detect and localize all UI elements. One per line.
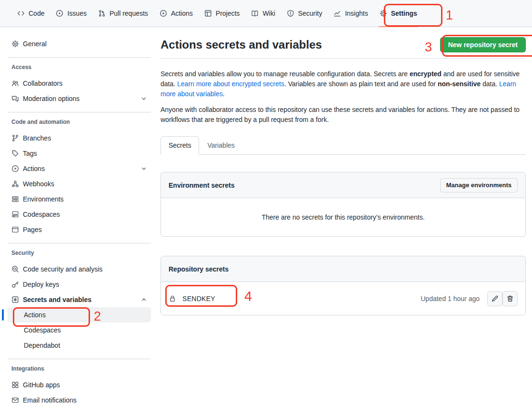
tab-variables[interactable]: Variables — [199, 136, 242, 155]
chevron-down-icon — [141, 165, 147, 172]
nav-tab-security[interactable]: Security — [283, 6, 326, 21]
codespaces-icon — [11, 211, 19, 218]
divider — [161, 58, 526, 59]
intro-text: Secrets and variables allow you to manag… — [161, 69, 526, 125]
nav-tab-wiki[interactable]: Wiki — [247, 6, 279, 21]
tab-secrets[interactable]: Secrets — [161, 136, 199, 155]
sidebar-item-label: Actions — [23, 165, 45, 172]
sidebar-item-tags[interactable]: Tags — [8, 146, 151, 161]
divider — [8, 57, 151, 58]
apps-grid-icon — [11, 381, 19, 389]
people-icon — [11, 80, 19, 87]
sidebar-item-collaborators[interactable]: Collaborators — [8, 76, 151, 91]
page-title: Actions secrets and variables — [161, 38, 322, 52]
server-icon — [11, 195, 19, 203]
nav-tab-label: Settings — [391, 10, 417, 17]
sidebar-item-codespaces[interactable]: Codespaces — [8, 207, 151, 222]
main-content: Actions secrets and variables New reposi… — [161, 35, 526, 315]
sidebar-item-label: Collaborators — [23, 80, 62, 87]
sidebar-subitem-dependabot[interactable]: Dependabot — [8, 338, 151, 353]
sidebar-subitem-codespaces[interactable]: Codespaces — [8, 322, 151, 338]
repository-secrets-header: Repository secrets — [161, 256, 525, 282]
nav-tab-label: Security — [298, 10, 322, 17]
book-icon — [251, 10, 259, 17]
sidebar-item-email-notifications[interactable]: Email notifications — [8, 393, 151, 408]
tag-icon — [11, 150, 19, 157]
sidebar-item-label: Codespaces — [23, 211, 60, 218]
git-pull-request-icon — [98, 10, 106, 17]
nav-tab-label: Issues — [67, 10, 86, 17]
title-row: Actions secrets and variables New reposi… — [161, 35, 526, 54]
play-icon — [160, 10, 167, 17]
sidebar-item-general[interactable]: General — [8, 36, 151, 51]
codescan-icon — [11, 265, 19, 273]
nav-tab-label: Code — [29, 10, 44, 17]
sidebar-item-environments[interactable]: Environments — [8, 191, 151, 207]
intro-paragraph-1: Secrets and variables allow you to manag… — [161, 69, 526, 99]
sidebar-section-security: Security — [8, 249, 151, 257]
new-repository-secret-button[interactable]: New repository secret — [440, 37, 526, 52]
delete-secret-button[interactable] — [502, 291, 518, 306]
nav-tab-settings[interactable]: Settings — [376, 6, 421, 21]
secret-row: SENDKEY Updated 1 hour ago — [161, 282, 525, 315]
intro-paragraph-2: Anyone with collaborator access to this … — [161, 105, 526, 125]
issue-opened-icon — [56, 10, 63, 17]
sidebar-item-moderation-options[interactable]: Moderation options — [8, 91, 151, 106]
nav-tab-label: Pull requests — [110, 10, 148, 17]
sidebar-section-integrations: Integrations — [8, 365, 151, 373]
nav-tab-issues[interactable]: Issues — [52, 6, 90, 21]
manage-environments-button[interactable]: Manage environments — [440, 178, 518, 192]
sidebar-item-github-apps[interactable]: GitHub apps — [8, 377, 151, 393]
nav-tab-label: Insights — [345, 10, 368, 17]
code-icon — [17, 10, 25, 17]
sidebar-item-code-security[interactable]: Code security and analysis — [8, 262, 151, 277]
pencil-icon — [491, 295, 499, 302]
secret-meta: Updated 1 hour ago — [421, 291, 518, 306]
secret-asterisk-icon — [11, 296, 19, 303]
git-branch-icon — [11, 134, 19, 142]
encrypted-bold: encrypted — [410, 70, 442, 78]
environment-secrets-header: Environment secrets Manage environments — [161, 172, 525, 198]
repository-secrets-box: Repository secrets SENDKEY Updated 1 hou… — [161, 256, 526, 315]
nav-tab-pull-requests[interactable]: Pull requests — [94, 6, 152, 21]
sidebar-item-deploy-keys[interactable]: Deploy keys — [8, 277, 151, 292]
intro-text-segment: . — [223, 90, 225, 98]
edit-secret-button[interactable] — [487, 291, 502, 306]
sidebar-item-label: Actions — [24, 311, 46, 319]
sidebar-item-label: Codespaces — [24, 326, 61, 334]
nav-tab-insights[interactable]: Insights — [330, 6, 371, 21]
sidebar-item-secrets-and-variables[interactable]: Secrets and variables — [8, 292, 151, 307]
environment-secrets-box: Environment secrets Manage environments … — [161, 172, 526, 237]
repository-secrets-title: Repository secrets — [169, 265, 229, 273]
secret-name-group: SENDKEY — [169, 295, 215, 302]
repo-nav: Code Issues Pull requests Actions Projec… — [0, 0, 532, 27]
sidebar-item-label: Environments — [23, 195, 64, 203]
sidebar-item-pages[interactable]: Pages — [8, 222, 151, 237]
divider — [8, 243, 151, 243]
settings-sidebar: General Access Collaborators Moderation … — [8, 36, 151, 408]
sidebar-item-branches[interactable]: Branches — [8, 131, 151, 146]
nav-tab-code[interactable]: Code — [13, 6, 48, 21]
gear-icon — [11, 40, 19, 48]
sidebar-item-label: Moderation options — [23, 95, 80, 102]
sidebar-subitem-actions[interactable]: Actions — [8, 307, 151, 322]
table-icon — [204, 10, 212, 17]
sidebar-item-actions[interactable]: Actions — [8, 161, 151, 176]
secret-updated-text: Updated 1 hour ago — [421, 295, 480, 302]
trash-icon — [506, 295, 514, 302]
chevron-up-icon — [141, 296, 147, 303]
sidebar-section-code-automation: Code and automation — [8, 118, 151, 126]
lock-icon — [169, 295, 176, 302]
sidebar-item-label: Pages — [23, 226, 42, 233]
sidebar-item-label: Deploy keys — [23, 281, 59, 288]
divider — [8, 112, 151, 112]
mail-icon — [11, 396, 19, 404]
sidebar-item-label: Secrets and variables — [23, 296, 91, 303]
nav-tab-actions[interactable]: Actions — [156, 6, 197, 21]
play-icon — [11, 165, 19, 172]
intro-text-segment: . Variables are shown as plain text and … — [284, 80, 438, 88]
nav-tab-projects[interactable]: Projects — [201, 6, 244, 21]
sidebar-item-webhooks[interactable]: Webhooks — [8, 176, 151, 191]
sidebar-item-label: Code security and analysis — [23, 265, 102, 273]
learn-more-encrypted-secrets-link[interactable]: Learn more about encrypted secrets — [177, 80, 284, 88]
